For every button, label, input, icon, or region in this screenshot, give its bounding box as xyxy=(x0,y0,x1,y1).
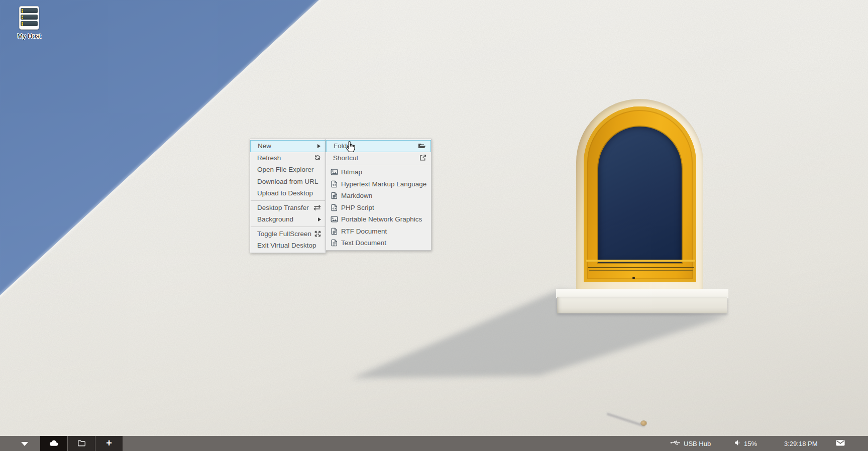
folder-icon xyxy=(77,439,86,448)
menu-item-label: Hypertext Markup Language xyxy=(341,180,426,188)
virtual-desktop[interactable]: My Host New Refresh Open File Explorer D… xyxy=(0,0,868,451)
file-lines-icon xyxy=(331,228,338,235)
submenu-item-bitmap[interactable]: Bitmap xyxy=(326,166,431,178)
external-link-icon xyxy=(419,154,426,161)
window-frame-line xyxy=(589,270,693,271)
wall-pipe xyxy=(641,421,646,425)
taskbar: + USB Hub 15% 3:29:18 PM xyxy=(0,436,868,451)
envelope-icon xyxy=(835,439,845,448)
submenu-item-rtf-document[interactable]: RTF Document xyxy=(326,225,431,238)
menu-item-label: Portable Network Graphics xyxy=(341,215,426,223)
clock-label: 3:29:18 PM xyxy=(784,440,818,447)
cloud-icon xyxy=(49,439,59,448)
window-sill-face xyxy=(557,297,727,313)
window-ledge xyxy=(586,260,695,262)
menu-item-new[interactable]: New xyxy=(250,140,325,152)
plus-icon: + xyxy=(106,438,112,448)
menu-item-label: Exit Virtual Desktop xyxy=(257,242,321,249)
volume-label: 15% xyxy=(744,440,757,447)
taskbar-usb-status[interactable]: USB Hub xyxy=(670,436,711,451)
submenu-caret-icon xyxy=(317,144,320,148)
menu-item-label: Download from URL xyxy=(257,178,321,185)
taskbar-add-button[interactable]: + xyxy=(95,436,123,451)
speaker-icon xyxy=(734,439,741,447)
taskbar-volume-status[interactable]: 15% xyxy=(734,436,757,451)
submenu-item-text-document[interactable]: Text Document xyxy=(326,237,431,249)
expand-arrows-icon xyxy=(314,231,321,237)
file-image-icon xyxy=(331,215,338,223)
window-frame-line xyxy=(588,267,694,268)
menu-item-label: Markdown xyxy=(341,192,426,199)
submenu-item-shortcut[interactable]: Shortcut xyxy=(326,152,431,164)
menu-separator xyxy=(251,227,325,227)
taskbar-folder-button[interactable] xyxy=(68,436,95,451)
window-glass xyxy=(598,127,682,263)
submenu-item-png[interactable]: Portable Network Graphics xyxy=(326,213,431,225)
window-sill-top xyxy=(556,289,728,297)
file-lines-icon xyxy=(331,192,338,199)
menu-item-label: PHP Script xyxy=(341,204,426,211)
menu-item-refresh[interactable]: Refresh xyxy=(250,152,325,164)
new-submenu: Folder Shortcut Bitmap xyxy=(325,139,431,251)
window-cast-shadow xyxy=(0,0,868,451)
submenu-item-html[interactable]: Hypertext Markup Language xyxy=(326,178,431,190)
menu-item-label: Background xyxy=(257,215,315,223)
usb-label: USB Hub xyxy=(684,440,711,447)
menu-item-label: RTF Document xyxy=(341,228,426,235)
menu-item-background[interactable]: Background xyxy=(250,213,325,225)
menu-item-desktop-transfer[interactable]: Desktop Transfer xyxy=(250,202,325,214)
menu-separator xyxy=(327,165,430,165)
menu-item-toggle-fullscreen[interactable]: Toggle FullScreen xyxy=(250,228,325,240)
transfer-arrows-icon xyxy=(313,204,321,211)
menu-item-label: Open File Explorer xyxy=(257,166,321,173)
desktop-context-menu: New Refresh Open File Explorer Download … xyxy=(250,139,326,253)
menu-item-label: Refresh xyxy=(257,154,311,162)
taskbar-cloud-button[interactable] xyxy=(40,436,67,451)
submenu-item-folder[interactable]: Folder xyxy=(326,140,431,152)
window-knob xyxy=(632,277,635,279)
desktop-icon-my-host[interactable]: My Host xyxy=(7,6,51,40)
menu-item-label: New xyxy=(258,142,314,150)
menu-item-label: Bitmap xyxy=(341,168,426,176)
caret-down-icon[interactable] xyxy=(21,442,28,446)
menu-item-download-from-url[interactable]: Download from URL xyxy=(250,176,325,188)
menu-item-label: Desktop Transfer xyxy=(257,204,310,211)
menu-item-open-file-explorer[interactable]: Open File Explorer xyxy=(250,164,325,176)
menu-item-label: Text Document xyxy=(341,239,426,247)
menu-item-upload-to-desktop[interactable]: Upload to Desktop xyxy=(250,187,325,199)
menu-item-label: Toggle FullScreen xyxy=(257,230,311,238)
submenu-item-markdown[interactable]: Markdown xyxy=(326,190,431,202)
file-code-icon xyxy=(331,204,338,211)
file-code-icon xyxy=(331,180,338,188)
desktop-icon-label: My Host xyxy=(7,32,51,40)
file-lines-icon xyxy=(331,239,338,247)
menu-item-label: Upload to Desktop xyxy=(257,189,321,197)
hand-cursor xyxy=(344,140,357,156)
refresh-icon xyxy=(314,154,321,161)
taskbar-clock[interactable]: 3:29:18 PM xyxy=(784,436,818,451)
menu-separator xyxy=(251,200,325,201)
server-icon xyxy=(19,6,39,30)
submenu-caret-icon xyxy=(318,217,321,221)
usb-icon xyxy=(670,439,681,447)
file-image-icon xyxy=(331,168,338,176)
taskbar-mail-button[interactable] xyxy=(835,436,845,451)
submenu-item-php-script[interactable]: PHP Script xyxy=(326,202,431,214)
menu-item-exit-virtual-desktop[interactable]: Exit Virtual Desktop xyxy=(250,240,325,252)
folder-open-icon xyxy=(418,143,426,149)
